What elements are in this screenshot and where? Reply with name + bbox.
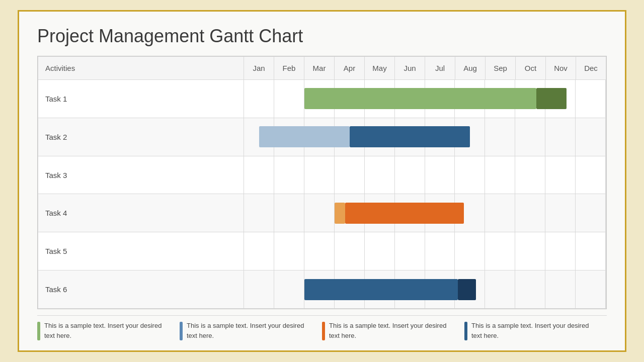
header-aug: Aug — [455, 57, 486, 80]
task-bars-2 — [244, 118, 606, 156]
legend-bar-3 — [322, 322, 325, 340]
task-label-6: Task 6 — [38, 270, 244, 309]
header-mar: Mar — [304, 57, 335, 80]
header-jul: Jul — [425, 57, 455, 80]
page-title: Project Management Gantt Chart — [37, 26, 607, 47]
task-bars-4 — [244, 194, 606, 232]
legend-item-2: This is a sample text. Insert your desir… — [180, 321, 322, 340]
header-feb: Feb — [274, 57, 304, 80]
slide: Project Management Gantt Chart Activitie… — [18, 10, 626, 352]
table-row: Task 6 — [38, 270, 606, 309]
legend-bar-4 — [464, 322, 467, 340]
header-jun: Jun — [395, 57, 425, 80]
table-row: Task 2 — [38, 118, 606, 156]
legend-text-1: This is a sample text. Insert your desir… — [44, 321, 172, 340]
header-dec: Dec — [576, 57, 606, 80]
task-label-2: Task 2 — [38, 118, 244, 156]
table-row: Task 3 — [38, 156, 606, 194]
header-nov: Nov — [546, 57, 576, 80]
gantt-table: Activities Jan Feb Mar Apr May Jun Jul A… — [38, 56, 606, 309]
legend-section: This is a sample text. Insert your desir… — [37, 315, 607, 340]
header-apr: Apr — [335, 57, 365, 80]
header-jan: Jan — [244, 57, 274, 80]
legend-text-4: This is a sample text. Insert your desir… — [471, 321, 599, 340]
task-bars-6 — [244, 270, 606, 309]
header-sep: Sep — [486, 57, 516, 80]
header-row: Activities Jan Feb Mar Apr May Jun Jul A… — [38, 57, 606, 80]
legend-item-3: This is a sample text. Insert your desir… — [322, 321, 464, 340]
task-bars-1 — [244, 80, 606, 118]
table-row: Task 1 — [38, 80, 606, 118]
task-label-3: Task 3 — [38, 156, 244, 194]
legend-item-1: This is a sample text. Insert your desir… — [37, 321, 180, 340]
task-bars-5 — [244, 232, 606, 270]
legend-text-2: This is a sample text. Insert your desir… — [187, 321, 314, 340]
legend-bar-2 — [180, 322, 183, 340]
task-label-5: Task 5 — [38, 232, 244, 270]
header-activities: Activities — [38, 57, 244, 80]
task-label-1: Task 1 — [38, 80, 244, 118]
table-row: Task 5 — [38, 232, 606, 270]
header-oct: Oct — [516, 57, 546, 80]
task-bars-3 — [244, 156, 606, 194]
legend-bar-1 — [37, 322, 40, 340]
task-label-4: Task 4 — [38, 194, 244, 232]
legend-text-3: This is a sample text. Insert your desir… — [329, 321, 456, 340]
legend-item-4: This is a sample text. Insert your desir… — [464, 321, 607, 340]
header-may: May — [365, 57, 395, 80]
gantt-container: Activities Jan Feb Mar Apr May Jun Jul A… — [37, 56, 607, 309]
table-row: Task 4 — [38, 194, 606, 232]
